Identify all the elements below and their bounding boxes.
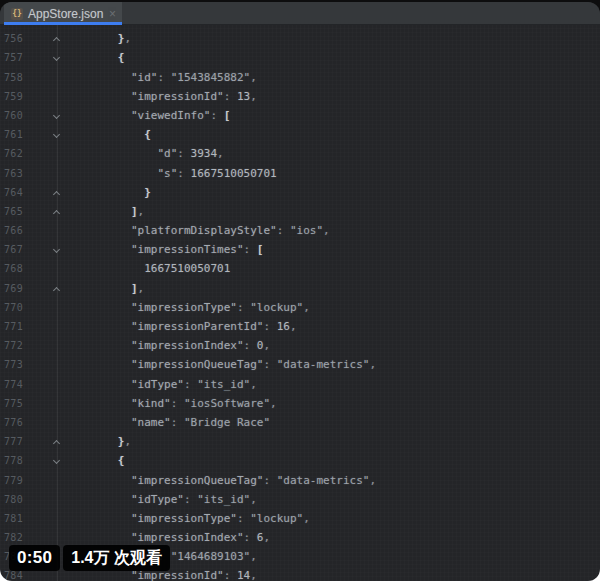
code-text: "idType": "its_id",: [78, 375, 600, 394]
code-line[interactable]: 781 "impressionType": "lockup",: [0, 509, 600, 528]
code-text: "name": "Bridge Race": [78, 413, 600, 432]
code-text: ],: [78, 279, 600, 298]
line-number: 776: [0, 413, 23, 432]
code-text: {: [78, 451, 600, 470]
code-line[interactable]: 764 }: [0, 183, 600, 202]
code-line[interactable]: 765 ],: [0, 202, 600, 221]
fold-down-icon[interactable]: [52, 456, 62, 466]
code-text: ],: [78, 202, 600, 221]
code-text: "impressionQueueTag": "data-metrics",: [78, 355, 600, 374]
video-overlay: 0:50 1.4万 次观看: [0, 545, 600, 571]
code-text: "d": 3934,: [78, 144, 600, 163]
code-line[interactable]: 756 },: [0, 29, 600, 48]
line-number: 777: [0, 432, 23, 451]
active-tab-underline: [4, 22, 122, 25]
code-text: "impressionTimes": [: [78, 240, 600, 259]
code-text: "viewedInfo": [: [78, 106, 600, 125]
code-line[interactable]: 768 1667510050701: [0, 259, 600, 278]
code-text: "impressionParentId": 16,: [78, 317, 600, 336]
editor-tab-bar: {} AppStore.json ×: [0, 2, 600, 25]
code-text: },: [78, 432, 600, 451]
code-text: }: [78, 183, 600, 202]
line-number: 762: [0, 144, 23, 163]
line-number: 763: [0, 164, 23, 183]
code-line[interactable]: 773 "impressionQueueTag": "data-metrics"…: [0, 355, 600, 374]
line-number: 764: [0, 183, 23, 202]
fold-up-icon[interactable]: [52, 284, 62, 294]
code-line[interactable]: 760 "viewedInfo": [: [0, 106, 600, 125]
line-number: 758: [0, 68, 23, 87]
tab-close-icon[interactable]: ×: [109, 8, 116, 20]
fold-up-icon[interactable]: [52, 437, 62, 447]
code-line[interactable]: 776 "name": "Bridge Race": [0, 413, 600, 432]
ide-window: 755 "impressionParentId": 16,756 },757 {…: [0, 2, 600, 581]
fold-up-icon[interactable]: [52, 207, 62, 217]
line-number: 770: [0, 298, 23, 317]
code-line[interactable]: 778 {: [0, 451, 600, 470]
code-line[interactable]: 758 "id": "1543845882",: [0, 68, 600, 87]
code-text: "platformDisplayStyle": "ios",: [78, 221, 600, 240]
line-number: 780: [0, 490, 23, 509]
code-text: "s": 1667510050701: [78, 164, 600, 183]
fold-up-icon[interactable]: [52, 34, 62, 44]
code-line[interactable]: 759 "impressionId": 13,: [0, 87, 600, 106]
tab-filename: AppStore.json: [28, 7, 103, 21]
code-text: 1667510050701: [78, 259, 600, 278]
code-text: "impressionType": "lockup",: [78, 298, 600, 317]
code-line[interactable]: 757 {: [0, 48, 600, 67]
json-file-icon: {}: [11, 8, 23, 20]
line-number: 774: [0, 375, 23, 394]
code-line[interactable]: 762 "d": 3934,: [0, 144, 600, 163]
line-number: 769: [0, 279, 23, 298]
line-number: 757: [0, 48, 23, 67]
code-line[interactable]: 763 "s": 1667510050701: [0, 164, 600, 183]
code-line[interactable]: 761 {: [0, 125, 600, 144]
code-text: },: [78, 29, 600, 48]
fold-down-icon[interactable]: [52, 130, 62, 140]
code-line[interactable]: 780 "idType": "its_id",: [0, 490, 600, 509]
code-text: "impressionType": "lockup",: [78, 509, 600, 528]
code-text: {: [78, 125, 600, 144]
line-number: 772: [0, 336, 23, 355]
fold-down-icon[interactable]: [52, 111, 62, 121]
code-line[interactable]: 774 "idType": "its_id",: [0, 375, 600, 394]
code-line[interactable]: 767 "impressionTimes": [: [0, 240, 600, 259]
code-line[interactable]: 775 "kind": "iosSoftware",: [0, 394, 600, 413]
video-view-count-badge: 1.4万 次观看: [63, 545, 170, 571]
tab-appstore-json[interactable]: {} AppStore.json ×: [4, 2, 122, 25]
line-number: 778: [0, 451, 23, 470]
line-number: 759: [0, 87, 23, 106]
line-number: 768: [0, 259, 23, 278]
line-number: 779: [0, 471, 23, 490]
line-number: 767: [0, 240, 23, 259]
line-number: 773: [0, 355, 23, 374]
code-text: "kind": "iosSoftware",: [78, 394, 600, 413]
fold-down-icon[interactable]: [52, 245, 62, 255]
code-text: {: [78, 48, 600, 67]
code-line[interactable]: 766 "platformDisplayStyle": "ios",: [0, 221, 600, 240]
code-text: "impressionIndex": 0,: [78, 336, 600, 355]
line-number: 766: [0, 221, 23, 240]
code-line[interactable]: 779 "impressionQueueTag": "data-metrics"…: [0, 471, 600, 490]
code-area[interactable]: 755 "impressionParentId": 16,756 },757 {…: [0, 10, 600, 581]
fold-up-icon[interactable]: [52, 188, 62, 198]
line-number: 761: [0, 125, 23, 144]
code-line[interactable]: 770 "impressionType": "lockup",: [0, 298, 600, 317]
video-timestamp-badge: 0:50: [9, 545, 60, 571]
code-text: "id": "1543845882",: [78, 68, 600, 87]
code-line[interactable]: 769 ],: [0, 279, 600, 298]
line-number: 781: [0, 509, 23, 528]
line-number: 771: [0, 317, 23, 336]
code-line[interactable]: 771 "impressionParentId": 16,: [0, 317, 600, 336]
json-editor: 755 "impressionParentId": 16,756 },757 {…: [0, 2, 600, 581]
line-number: 756: [0, 29, 23, 48]
code-text: "impressionQueueTag": "data-metrics",: [78, 471, 600, 490]
fold-down-icon[interactable]: [52, 53, 62, 63]
code-line[interactable]: 772 "impressionIndex": 0,: [0, 336, 600, 355]
code-line[interactable]: 777 },: [0, 432, 600, 451]
line-number: 775: [0, 394, 23, 413]
code-text: "impressionId": 13,: [78, 87, 600, 106]
line-number: 765: [0, 202, 23, 221]
code-text: "idType": "its_id",: [78, 490, 600, 509]
line-number: 760: [0, 106, 23, 125]
